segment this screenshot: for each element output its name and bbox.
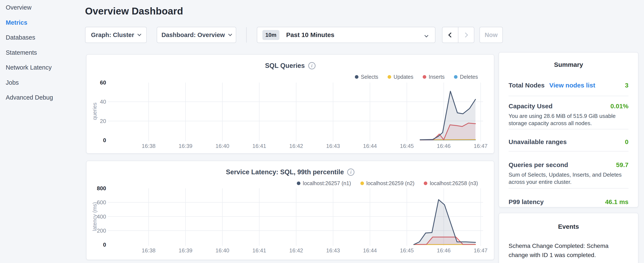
y-axis-tick: 20 — [86, 118, 106, 124]
graph-dropdown-label: Graph: Cluster — [91, 32, 134, 39]
app-root: OverviewMetricsDatabasesStatementsNetwor… — [0, 0, 644, 263]
legend-label: Selects — [361, 74, 378, 80]
legend-dot-icon — [423, 75, 426, 79]
info-icon[interactable]: i — [308, 62, 316, 69]
x-axis-tick: 16:44 — [355, 247, 385, 254]
now-button-label: Now — [484, 32, 498, 39]
sql-queries-chart-card: SQL Queries i SelectsUpdatesInsertsDelet… — [86, 54, 494, 154]
summary-title: Summary — [508, 53, 628, 68]
legend-item[interactable]: Inserts — [423, 74, 444, 80]
x-axis-tick: 16:38 — [134, 143, 164, 149]
sidebar-item-jobs[interactable]: Jobs — [6, 79, 19, 86]
legend-item[interactable]: localhost:26259 (n2) — [360, 180, 414, 186]
x-axis-tick: 16:45 — [392, 247, 422, 254]
now-button[interactable]: Now — [480, 27, 503, 43]
legend-item[interactable]: Selects — [355, 74, 378, 80]
legend-label: Updates — [394, 74, 413, 80]
chevron-down-icon — [424, 34, 428, 37]
x-axis-tick: 16:42 — [281, 143, 311, 149]
summary-description: Sum of Selects, Updates, Inserts, and De… — [508, 171, 624, 185]
event-message: Schema Change Completed: Schema change w… — [508, 241, 610, 259]
summary-value: 59.7 — [616, 161, 628, 168]
legend-label: localhost:26258 (n3) — [430, 180, 478, 186]
time-prev-button[interactable] — [442, 27, 458, 43]
x-axis-tick: 16:47 — [466, 247, 496, 254]
x-axis-tick: 16:45 — [392, 143, 422, 149]
events-title: Events — [508, 213, 628, 230]
legend-dot-icon — [297, 181, 300, 185]
summary-value: 46.1 ms — [605, 198, 628, 205]
x-axis-tick: 16:39 — [171, 247, 200, 254]
x-axis-tick: 16:40 — [208, 247, 237, 254]
x-axis-tick: 16:41 — [244, 143, 274, 149]
x-axis-tick: 16:41 — [244, 247, 274, 254]
chart-svg — [108, 83, 483, 140]
x-axis-tick: 16:38 — [134, 247, 164, 254]
summary-description: You are using 28.6 MiB of 515.9 GiB usab… — [508, 112, 624, 127]
x-axis-tick: 16:43 — [318, 247, 348, 254]
y-axis-tick: 0 — [86, 241, 106, 248]
legend-dot-icon — [360, 181, 364, 185]
sidebar-item-databases[interactable]: Databases — [6, 34, 35, 41]
y-axis-tick: 200 — [86, 227, 106, 234]
dashboard-dropdown[interactable]: Dashboard: Overview — [157, 27, 236, 43]
graph-dropdown[interactable]: Graph: Cluster — [85, 27, 147, 43]
legend-label: Deletes — [460, 74, 478, 80]
chart-legend: localhost:26257 (n1)localhost:26259 (n2)… — [297, 180, 478, 186]
summary-label: Queries per second — [508, 161, 568, 168]
chart-plot-area[interactable] — [108, 83, 483, 140]
legend-dot-icon — [424, 181, 427, 185]
sidebar-item-advanced-debug[interactable]: Advanced Debug — [6, 94, 53, 101]
x-axis-tick: 16:39 — [171, 143, 200, 149]
legend-dot-icon — [454, 75, 458, 79]
info-icon[interactable]: i — [347, 168, 354, 176]
chevron-down-icon — [228, 32, 232, 36]
summary-label: Unavailable ranges — [508, 138, 566, 146]
time-pager — [442, 27, 474, 43]
summary-row: Total NodesView nodes list3 — [508, 77, 628, 96]
legend-item[interactable]: Deletes — [454, 74, 478, 80]
y-axis-tick: 400 — [86, 213, 106, 220]
summary-value: 0 — [625, 138, 628, 146]
time-range-badge: 10m — [262, 30, 279, 40]
sidebar-item-overview[interactable]: Overview — [6, 4, 32, 11]
events-panel: Events Schema Change Completed: Schema c… — [498, 213, 638, 263]
time-next-button[interactable] — [458, 27, 474, 43]
view-nodes-link[interactable]: View nodes list — [549, 82, 595, 89]
legend-label: localhost:26259 (n2) — [366, 180, 414, 186]
chart-legend: SelectsUpdatesInsertsDeletes — [355, 74, 478, 80]
summary-row: P99 latency46.1 ms — [508, 188, 628, 212]
service-latency-chart-card: Service Latency: SQL, 99th percentile i … — [86, 161, 494, 260]
legend-item[interactable]: localhost:26258 (n3) — [424, 180, 478, 186]
controls-divider — [246, 27, 247, 43]
summary-value: 3 — [625, 82, 628, 89]
page-title: Overview Dashboard — [85, 5, 183, 17]
x-axis-tick: 16:47 — [466, 143, 496, 149]
y-axis-tick: 40 — [86, 99, 106, 105]
y-axis-tick: 0 — [86, 137, 106, 144]
sidebar-item-network-latency[interactable]: Network Latency — [6, 64, 52, 71]
y-axis-unit-label: queries — [92, 83, 98, 140]
legend-dot-icon — [388, 75, 391, 79]
summary-value: 0.01% — [610, 103, 628, 110]
sidebar-item-metrics[interactable]: Metrics — [6, 19, 28, 26]
summary-label: Capacity Used — [508, 103, 552, 110]
chart-plot-area[interactable] — [108, 188, 483, 245]
summary-row: Capacity Used0.01%You are using 28.6 MiB… — [508, 96, 628, 129]
y-axis-tick: 800 — [86, 185, 106, 192]
time-range-select[interactable]: 10m Past 10 Minutes — [257, 27, 436, 43]
x-axis-tick: 16:42 — [281, 247, 311, 254]
x-axis-tick: 16:46 — [429, 143, 458, 149]
legend-item[interactable]: localhost:26257 (n1) — [297, 180, 351, 186]
chart-title: Service Latency: SQL, 99th percentile — [226, 168, 344, 176]
legend-dot-icon — [355, 75, 358, 79]
x-axis-tick: 16:43 — [318, 143, 348, 149]
legend-item[interactable]: Updates — [388, 74, 413, 80]
y-axis-tick: 600 — [86, 199, 106, 206]
event-timestamp: May 13, 2020 at 4:45 PM — [508, 262, 628, 263]
summary-panel: Summary Total NodesView nodes list3Capac… — [498, 52, 638, 207]
chevron-right-icon — [463, 32, 468, 38]
chevron-down-icon — [137, 32, 141, 36]
sidebar-item-statements[interactable]: Statements — [6, 49, 37, 56]
legend-label: Inserts — [428, 74, 444, 80]
